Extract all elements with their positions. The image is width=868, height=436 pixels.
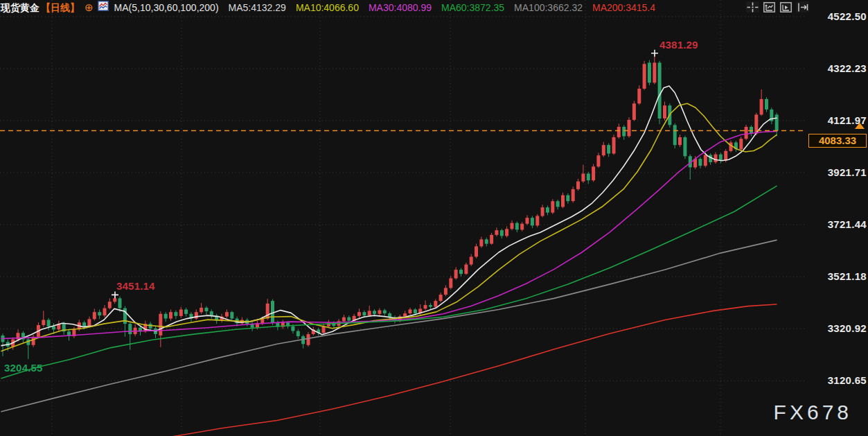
- ma-params-label: MA(5,10,30,60,100,200): [114, 0, 219, 15]
- ma-legend-item: MA5:4132.29: [229, 2, 286, 13]
- indicator-settings-icon[interactable]: [98, 0, 109, 15]
- candles: [1, 53, 779, 359]
- y-axis-label: 3120.65: [808, 374, 867, 386]
- high-cross-marker: [112, 291, 118, 298]
- ma-legend-item: MA100:3662.32: [514, 2, 583, 13]
- ma-legend: MA5:4132.29MA10:4066.60MA30:4080.99MA60:…: [219, 0, 655, 15]
- crosshair-button[interactable]: [746, 1, 759, 12]
- add-indicator-icon[interactable]: ⊕: [85, 0, 94, 15]
- y-axis-label: 4322.23: [808, 62, 867, 74]
- scale-left-button[interactable]: [763, 1, 776, 12]
- y-axis-label: 3921.71: [808, 166, 867, 178]
- y-axis-label: 3320.92: [808, 322, 867, 334]
- y-axis-label: 4522.50: [808, 10, 867, 22]
- ma-legend-item: MA10:4066.60: [296, 2, 359, 13]
- chart-canvas[interactable]: [0, 0, 868, 436]
- ma-legend-item: MA30:4080.99: [369, 2, 432, 13]
- ma-legend-item: MA200:3415.4: [592, 2, 655, 13]
- ma-legend-item: MA60:3872.35: [441, 2, 504, 13]
- ma30-line: [1, 131, 777, 338]
- price-axis: 4522.504322.234121.973921.713721.443521.…: [808, 0, 867, 436]
- current-price-tag: 4083.33: [808, 134, 867, 148]
- y-axis-label: 3521.18: [808, 270, 867, 282]
- price-annotation: 3204.55: [4, 362, 43, 374]
- ma100-line: [1, 240, 777, 411]
- price-up-arrow-icon: [855, 123, 865, 129]
- price-annotation: 3451.14: [116, 280, 155, 292]
- toolbar: 现货黄金 【日线】 ⊕ MA(5,10,30,60,100,200) MA5:4…: [0, 0, 655, 15]
- chart-controls: [746, 1, 809, 12]
- exit-right-button[interactable]: [796, 1, 809, 12]
- watermark: FX678: [774, 401, 852, 424]
- price-annotation: 4381.29: [659, 39, 698, 51]
- y-axis-label: 3721.44: [808, 218, 867, 230]
- ma5-line: [1, 86, 777, 346]
- symbol-name: 现货黄金: [1, 0, 39, 15]
- timeframe-label[interactable]: 【日线】: [41, 0, 80, 15]
- high-cross-marker: [651, 50, 658, 57]
- scale-play-button[interactable]: [779, 1, 792, 12]
